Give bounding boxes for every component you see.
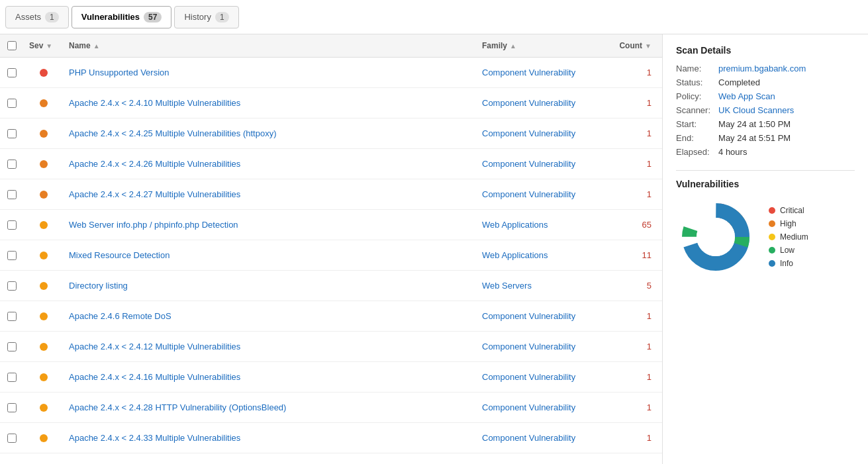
row-name-cell: Mixed Resource Detection bbox=[64, 249, 477, 261]
row-checkbox[interactable] bbox=[7, 434, 17, 443]
row-family-cell[interactable]: Web Applications bbox=[477, 249, 609, 261]
row-family-cell[interactable]: Component Vulnerability bbox=[477, 97, 609, 109]
row-checkbox[interactable] bbox=[7, 68, 17, 77]
row-name-cell: Apache 2.4.x < 2.4.10 Multiple Vulnerabi… bbox=[64, 97, 477, 109]
row-checkbox-cell[interactable] bbox=[0, 97, 24, 109]
row-sev-cell bbox=[24, 311, 64, 322]
row-name-link[interactable]: Apache 2.4.x < 2.4.16 Multiple Vulnerabi… bbox=[69, 372, 240, 382]
row-family-cell[interactable]: Component Vulnerability bbox=[477, 188, 609, 201]
row-checkbox-cell[interactable] bbox=[0, 432, 24, 444]
row-name-link[interactable]: Directory listing bbox=[69, 281, 128, 291]
row-checkbox-cell[interactable] bbox=[0, 371, 24, 383]
row-count-cell: 1 bbox=[609, 340, 662, 353]
row-checkbox-cell[interactable] bbox=[0, 341, 24, 353]
row-sev-cell bbox=[24, 342, 64, 352]
divider bbox=[676, 170, 855, 171]
row-family-cell[interactable]: Component Vulnerability bbox=[477, 127, 609, 140]
col-family[interactable]: Family ▲ bbox=[477, 38, 609, 53]
row-checkbox-cell[interactable] bbox=[0, 128, 24, 140]
row-count-cell: 1 bbox=[609, 371, 662, 383]
main-layout: Sev ▼ Name ▲ Family ▲ Count ▼ bbox=[0, 34, 868, 464]
row-checkbox-cell[interactable] bbox=[0, 250, 24, 261]
row-family-cell[interactable]: Component Vulnerability bbox=[477, 401, 609, 414]
tab-history[interactable]: History 1 bbox=[174, 6, 238, 28]
row-sev-cell bbox=[24, 68, 64, 78]
table-row: Mixed Resource Detection Web Application… bbox=[0, 240, 662, 271]
table-row: Web Server info.php / phpinfo.php Detect… bbox=[0, 210, 662, 240]
row-sev-cell bbox=[24, 128, 64, 139]
row-name-link[interactable]: Mixed Resource Detection bbox=[69, 250, 169, 260]
row-checkbox[interactable] bbox=[7, 281, 17, 291]
sev-dot bbox=[40, 99, 48, 107]
label-elapsed: Elapsed: bbox=[676, 147, 710, 157]
row-checkbox[interactable] bbox=[7, 251, 17, 260]
row-checkbox-cell[interactable] bbox=[0, 158, 24, 170]
row-sev-cell bbox=[24, 250, 64, 261]
tab-assets[interactable]: Assets 1 bbox=[5, 6, 69, 28]
row-checkbox[interactable] bbox=[7, 129, 17, 138]
sev-dot bbox=[40, 130, 48, 138]
table-row: Apache 2.4.x < 2.4.16 Multiple Vulnerabi… bbox=[0, 362, 662, 393]
row-name-link[interactable]: Apache 2.4.x < 2.4.25 Multiple Vulnerabi… bbox=[69, 128, 277, 138]
row-checkbox[interactable] bbox=[7, 190, 17, 199]
row-checkbox-cell[interactable] bbox=[0, 67, 24, 79]
row-checkbox[interactable] bbox=[7, 99, 17, 108]
legend-critical: Critical bbox=[769, 206, 808, 215]
legend-label-medium: Medium bbox=[780, 232, 808, 242]
tab-assets-label: Assets bbox=[15, 12, 41, 22]
sev-dot bbox=[40, 312, 48, 320]
table-row: PHP Unsupported Version Component Vulner… bbox=[0, 58, 662, 88]
row-checkbox-cell[interactable] bbox=[0, 310, 24, 322]
col-count[interactable]: Count ▼ bbox=[609, 38, 662, 53]
row-name-link[interactable]: PHP Unsupported Version bbox=[69, 68, 169, 77]
value-name[interactable]: premium.bgabank.com bbox=[718, 64, 855, 73]
row-checkbox[interactable] bbox=[7, 220, 17, 230]
row-sev-cell bbox=[24, 98, 64, 109]
col-family-sort-icon: ▲ bbox=[510, 42, 516, 50]
row-checkbox[interactable] bbox=[7, 160, 17, 169]
select-all-checkbox[interactable] bbox=[7, 41, 17, 50]
col-sev[interactable]: Sev ▼ bbox=[24, 38, 64, 53]
row-name-link[interactable]: Apache 2.4.6 Remote DoS bbox=[69, 311, 171, 321]
row-sev-cell bbox=[24, 402, 64, 413]
row-family-cell[interactable]: Component Vulnerability bbox=[477, 158, 609, 170]
row-checkbox[interactable] bbox=[7, 312, 17, 321]
row-name-link[interactable]: Apache 2.4.x < 2.4.33 Multiple Vulnerabi… bbox=[69, 433, 240, 443]
row-checkbox-cell[interactable] bbox=[0, 280, 24, 292]
row-family-cell[interactable]: Web Applications bbox=[477, 218, 609, 231]
scan-details-title: Scan Details bbox=[676, 45, 855, 56]
col-check[interactable] bbox=[0, 38, 24, 53]
legend-dot-high bbox=[769, 220, 775, 227]
row-count-cell: 1 bbox=[609, 66, 662, 79]
value-policy[interactable]: Web App Scan bbox=[718, 91, 855, 101]
value-end: May 24 at 5:51 PM bbox=[718, 133, 855, 143]
row-count-cell: 1 bbox=[609, 97, 662, 109]
row-name-link[interactable]: Web Server info.php / phpinfo.php Detect… bbox=[69, 220, 238, 230]
row-checkbox-cell[interactable] bbox=[0, 402, 24, 414]
row-family-cell[interactable]: Component Vulnerability bbox=[477, 432, 609, 444]
sidebar: Scan Details Name: premium.bgabank.com S… bbox=[663, 34, 868, 464]
value-scanner[interactable]: UK Cloud Scanners bbox=[718, 105, 855, 115]
row-family-cell[interactable]: Component Vulnerability bbox=[477, 310, 609, 322]
row-checkbox[interactable] bbox=[7, 403, 17, 412]
row-checkbox[interactable] bbox=[7, 373, 17, 382]
row-family-cell[interactable]: Web Servers bbox=[477, 279, 609, 292]
row-checkbox-cell[interactable] bbox=[0, 189, 24, 201]
tab-vulnerabilities[interactable]: Vulnerabilities 57 bbox=[72, 6, 172, 28]
row-name-link[interactable]: Apache 2.4.x < 2.4.27 Multiple Vulnerabi… bbox=[69, 189, 240, 199]
row-family-cell[interactable]: Component Vulnerability bbox=[477, 66, 609, 79]
row-name-link[interactable]: Apache 2.4.x < 2.4.26 Multiple Vulnerabi… bbox=[69, 159, 240, 169]
legend-label-low: Low bbox=[780, 246, 795, 255]
value-elapsed: 4 hours bbox=[718, 147, 855, 157]
row-name-link[interactable]: Apache 2.4.x < 2.4.28 HTTP Vulnerability… bbox=[69, 402, 286, 412]
row-name-cell: Apache 2.4.x < 2.4.33 Multiple Vulnerabi… bbox=[64, 432, 477, 444]
row-name-link[interactable]: Apache 2.4.x < 2.4.12 Multiple Vulnerabi… bbox=[69, 342, 240, 351]
col-count-label: Count bbox=[619, 41, 642, 50]
row-family-cell[interactable]: Component Vulnerability bbox=[477, 371, 609, 383]
row-family-cell[interactable]: Component Vulnerability bbox=[477, 340, 609, 353]
legend-label-high: High bbox=[780, 219, 796, 228]
row-name-link[interactable]: Apache 2.4.x < 2.4.10 Multiple Vulnerabi… bbox=[69, 98, 240, 108]
col-name[interactable]: Name ▲ bbox=[64, 38, 477, 53]
row-checkbox[interactable] bbox=[7, 342, 17, 351]
row-checkbox-cell[interactable] bbox=[0, 219, 24, 231]
